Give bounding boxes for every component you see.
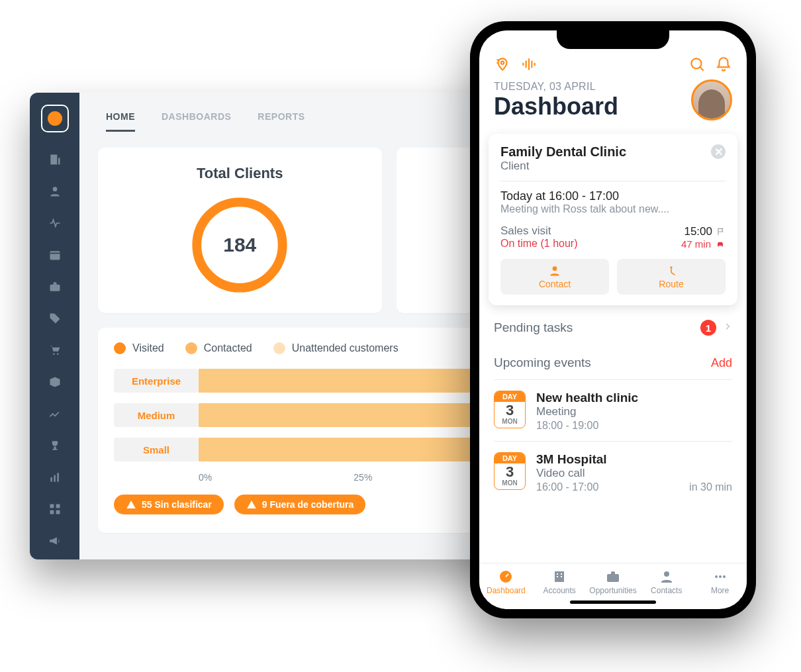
event-title: 3M Hospital xyxy=(536,452,679,467)
tab-dashboard[interactable]: Dashboard xyxy=(481,569,530,595)
add-event-button[interactable]: Add xyxy=(711,356,732,370)
user-icon[interactable] xyxy=(48,184,62,199)
svg-rect-7 xyxy=(57,473,59,481)
legend-contacted: Contacted xyxy=(185,342,252,354)
activity-icon[interactable] xyxy=(48,216,62,230)
audio-wave-icon[interactable] xyxy=(520,56,538,73)
location-icon[interactable] xyxy=(494,56,511,73)
tab-dashboards[interactable]: DASHBOARDS xyxy=(162,111,231,132)
bell-icon[interactable] xyxy=(715,56,732,73)
svg-rect-27 xyxy=(561,573,562,575)
svg-rect-6 xyxy=(54,475,56,482)
svg-rect-17 xyxy=(526,61,527,68)
event-time: 18:00 - 19:00 xyxy=(536,420,732,432)
tag-icon[interactable] xyxy=(48,311,62,326)
visit-time: Today at 16:00 - 17:00 xyxy=(500,189,726,203)
building-icon[interactable] xyxy=(48,152,62,167)
box-icon[interactable] xyxy=(48,375,62,389)
visit-arrival: 15:00 xyxy=(681,225,726,238)
tab-opportunities[interactable]: Opportunities xyxy=(589,569,637,595)
day-chip: DAY3MON xyxy=(494,452,526,490)
bottom-tab-bar: Dashboard Accounts Opportunities Contact… xyxy=(479,563,747,598)
contact-button[interactable]: Contact xyxy=(500,259,609,295)
tab-home[interactable]: HOME xyxy=(106,111,135,132)
event-row[interactable]: DAY3MON3M HospitalVideo call16:00 - 17:0… xyxy=(494,452,732,493)
calendar-icon[interactable] xyxy=(48,248,62,262)
svg-rect-28 xyxy=(557,576,558,577)
svg-point-22 xyxy=(553,266,557,271)
megaphone-icon[interactable] xyxy=(48,534,62,548)
svg-rect-20 xyxy=(534,63,536,66)
event-subtitle: Video call xyxy=(536,467,679,480)
warning-pill[interactable]: 55 Sin clasificar xyxy=(114,495,224,514)
pending-tasks-row[interactable]: Pending tasks 1 xyxy=(494,320,732,336)
svg-point-12 xyxy=(197,202,283,287)
card-total-clients: Total Clients 184 xyxy=(98,148,382,313)
side-nav xyxy=(30,93,79,559)
visit-subtitle: Client xyxy=(500,160,626,173)
tab-contacts[interactable]: Contacts xyxy=(642,569,691,595)
svg-rect-30 xyxy=(607,574,619,582)
phone-frame: TUESDAY, 03 APRIL Dashboard Family Denta… xyxy=(470,21,756,618)
svg-point-15 xyxy=(501,62,504,64)
warning-pill[interactable]: 9 Fuera de cobertura xyxy=(234,495,366,514)
trophy-icon[interactable] xyxy=(48,438,62,453)
home-indicator xyxy=(570,600,656,604)
grid-icon[interactable] xyxy=(48,502,62,516)
svg-point-31 xyxy=(664,571,669,577)
page-title: Dashboard xyxy=(494,93,618,120)
visit-desc: Meeting with Ross talk about new.... xyxy=(500,203,726,215)
svg-point-32 xyxy=(715,575,718,578)
svg-point-0 xyxy=(52,187,57,191)
svg-point-33 xyxy=(719,575,722,578)
app-logo[interactable] xyxy=(41,105,69,132)
bar-label: Enterprise xyxy=(114,369,199,393)
avatar[interactable] xyxy=(691,79,732,120)
tab-reports[interactable]: REPORTS xyxy=(258,111,305,132)
cart-icon[interactable] xyxy=(48,343,62,358)
svg-point-3 xyxy=(53,354,55,356)
day-chip: DAY3MON xyxy=(494,391,526,428)
svg-rect-25 xyxy=(555,571,564,582)
upcoming-events-label: Upcoming events xyxy=(494,356,591,370)
svg-rect-11 xyxy=(56,510,60,514)
axis-tick: 0% xyxy=(199,472,353,483)
tab-more[interactable]: More xyxy=(696,569,745,595)
svg-rect-16 xyxy=(522,63,524,66)
svg-point-4 xyxy=(56,354,58,356)
phone-screen: TUESDAY, 03 APRIL Dashboard Family Denta… xyxy=(479,30,747,609)
flag-icon xyxy=(716,227,726,236)
date-label: TUESDAY, 03 APRIL xyxy=(494,81,618,93)
svg-rect-29 xyxy=(561,576,562,577)
divider xyxy=(494,441,732,442)
svg-rect-19 xyxy=(531,61,532,68)
bar-label: Medium xyxy=(114,403,199,427)
chart-line-icon[interactable] xyxy=(48,407,62,421)
svg-point-34 xyxy=(723,575,726,578)
card-title: Total Clients xyxy=(197,165,283,182)
svg-rect-2 xyxy=(50,285,60,291)
bar-chart-icon[interactable] xyxy=(48,470,62,485)
event-row[interactable]: DAY3MONNew health clinicMeeting18:00 - 1… xyxy=(494,391,732,432)
svg-point-23 xyxy=(670,266,672,268)
svg-rect-9 xyxy=(56,504,60,508)
svg-rect-26 xyxy=(557,573,558,575)
event-title: New health clinic xyxy=(536,391,732,405)
visit-title: Family Dental Clinic xyxy=(500,144,626,160)
visit-eta: 47 min xyxy=(681,238,726,250)
event-eta: in 30 min xyxy=(689,481,732,493)
briefcase-icon[interactable] xyxy=(48,279,62,294)
event-subtitle: Meeting xyxy=(536,405,732,418)
event-time: 16:00 - 17:00 xyxy=(536,481,679,493)
route-button[interactable]: Route xyxy=(617,259,726,295)
tab-accounts[interactable]: Accounts xyxy=(535,569,584,595)
legend-unattended: Unattended customers xyxy=(273,342,399,354)
svg-rect-1 xyxy=(50,251,60,260)
phone-notch xyxy=(557,30,669,49)
svg-rect-18 xyxy=(528,58,530,70)
pending-tasks-label: Pending tasks xyxy=(494,320,573,335)
close-icon[interactable]: ✕ xyxy=(711,144,726,159)
search-icon[interactable] xyxy=(688,56,706,73)
svg-rect-5 xyxy=(50,477,52,482)
visit-card: Family Dental Clinic Client ✕ Today at 1… xyxy=(489,134,737,305)
